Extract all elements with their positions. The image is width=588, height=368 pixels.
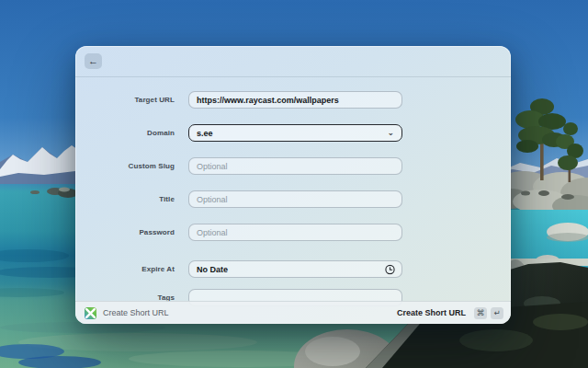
title-placeholder: Optional: [197, 195, 228, 204]
field-label: Title: [75, 195, 175, 203]
expire-at-datepicker[interactable]: No Date: [188, 260, 402, 278]
form-row-expire-at: Expire At No Date: [75, 260, 511, 278]
window-footer: Create Short URL Create Short URL ⌘ ↵: [75, 301, 511, 324]
clock-icon: [385, 264, 395, 274]
command-key-icon: ⌘: [474, 307, 487, 319]
back-arrow-icon: ←: [88, 56, 98, 66]
chevron-down-icon: ⌄: [387, 128, 394, 136]
password-placeholder: Optional: [197, 228, 228, 237]
field-label: Domain: [75, 129, 175, 137]
field-label: Password: [75, 228, 175, 236]
create-short-url-button[interactable]: Create Short URL ⌘ ↵: [397, 307, 503, 319]
form-row-password: Password Optional: [75, 224, 511, 241]
target-url-value: https://www.raycast.com/wallpapers: [197, 96, 339, 105]
extension-icon: [85, 307, 96, 319]
form-row-custom-slug: Custom Slug Optional: [75, 157, 511, 175]
footer-action-label: Create Short URL: [397, 308, 466, 317]
form-row-target-url: Target URL https://www.raycast.com/wallp…: [75, 91, 511, 109]
return-key-icon: ↵: [491, 307, 503, 319]
title-input[interactable]: Optional: [188, 190, 402, 208]
field-label: Target URL: [75, 96, 175, 104]
footer-app-label: Create Short URL: [103, 308, 169, 317]
domain-select[interactable]: s.ee ⌄: [188, 124, 402, 142]
domain-value: s.ee: [197, 129, 213, 138]
field-label: Expire At: [75, 265, 175, 273]
window-header: ←: [75, 46, 511, 77]
custom-slug-input[interactable]: Optional: [188, 157, 402, 175]
field-label: Custom Slug: [75, 162, 175, 170]
password-input[interactable]: Optional: [188, 224, 402, 241]
form-row-domain: Domain s.ee ⌄: [75, 124, 511, 142]
expire-at-value: No Date: [197, 265, 228, 274]
back-button[interactable]: ←: [85, 53, 102, 69]
form-row-title: Title Optional: [75, 190, 511, 208]
raycast-window: ← Target URL https://www.raycast.com/wal…: [75, 46, 511, 324]
custom-slug-placeholder: Optional: [197, 162, 228, 171]
target-url-input[interactable]: https://www.raycast.com/wallpapers: [188, 91, 402, 109]
